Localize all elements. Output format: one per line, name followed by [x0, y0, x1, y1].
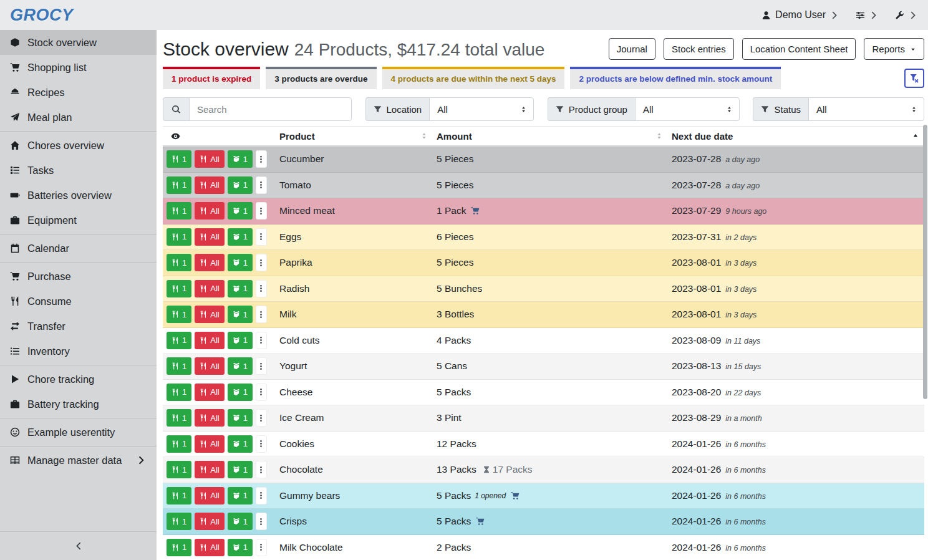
row-menu-button[interactable] — [256, 539, 267, 556]
consume-all-button[interactable]: All — [195, 409, 224, 427]
consume-one-button[interactable]: 1 — [167, 409, 191, 427]
consume-all-button[interactable]: All — [195, 513, 224, 530]
row-menu-button[interactable] — [256, 513, 267, 530]
table-row[interactable]: 1All1Crisps5 Packs2024-01-26in 6 months — [163, 509, 924, 535]
product-name[interactable]: Yogurt — [279, 360, 437, 372]
table-row[interactable]: 1All1Minced meat1 Pack2023-07-299 hours … — [163, 198, 924, 224]
consume-all-button[interactable]: All — [195, 254, 224, 271]
table-row[interactable]: 1All1Milk Chocolate2 Packs2024-01-26in 6… — [163, 535, 924, 560]
open-one-button[interactable]: 1 — [228, 409, 253, 427]
status-card-expired[interactable]: 1 product is expired — [163, 67, 260, 89]
product-name[interactable]: Ice Cream — [279, 412, 437, 423]
open-one-button[interactable]: 1 — [228, 228, 253, 246]
table-row[interactable]: 1All1Cookies12 Packs2024-01-26in 6 month… — [163, 432, 924, 458]
product-name[interactable]: Paprika — [279, 257, 437, 268]
settings-menu[interactable] — [856, 11, 879, 20]
sidebar-item-consume[interactable]: Consume — [0, 289, 157, 314]
consume-one-button[interactable]: 1 — [167, 435, 191, 453]
app-logo[interactable]: GROCY — [10, 6, 74, 25]
open-one-button[interactable]: 1 — [228, 461, 253, 478]
sidebar-item-transfer[interactable]: Transfer — [0, 314, 157, 339]
consume-one-button[interactable]: 1 — [167, 461, 191, 478]
sidebar-item-manage-master-data[interactable]: Manage master data — [0, 448, 157, 473]
row-menu-button[interactable] — [256, 357, 267, 375]
consume-all-button[interactable]: All — [195, 280, 224, 297]
open-one-button[interactable]: 1 — [228, 150, 253, 168]
consume-one-button[interactable]: 1 — [167, 280, 191, 297]
sidebar-item-recipes[interactable]: Recipes — [0, 80, 157, 105]
table-row[interactable]: 1All1Eggs6 Pieces2023-07-31in 2 days — [163, 224, 924, 251]
consume-one-button[interactable]: 1 — [167, 357, 191, 375]
table-row[interactable]: 1All1Cucumber5 Pieces2023-07-28a day ago — [163, 147, 924, 173]
table-row[interactable]: 1All1Cheese5 Packs2023-08-20in 22 days — [163, 380, 924, 406]
row-menu-button[interactable] — [256, 461, 267, 478]
table-row[interactable]: 1All1Paprika5 Pieces2023-08-01in 3 days — [163, 250, 924, 276]
open-one-button[interactable]: 1 — [228, 357, 253, 375]
consume-all-button[interactable]: All — [195, 202, 224, 220]
consume-one-button[interactable]: 1 — [167, 513, 191, 530]
open-one-button[interactable]: 1 — [228, 202, 253, 220]
open-one-button[interactable]: 1 — [228, 280, 253, 297]
column-header-amount[interactable]: Amount — [437, 127, 672, 145]
row-menu-button[interactable] — [256, 150, 267, 168]
sidebar-item-equipment[interactable]: Equipment — [0, 208, 157, 233]
row-menu-button[interactable] — [256, 280, 267, 297]
consume-all-button[interactable]: All — [195, 228, 224, 246]
consume-one-button[interactable]: 1 — [167, 254, 191, 271]
table-row[interactable]: 1All1Gummy bears5 Packs1 opened2024-01-2… — [163, 483, 924, 509]
table-row[interactable]: 1All1Yogurt5 Cans2023-08-13in 15 days — [163, 354, 924, 380]
row-menu-button[interactable] — [256, 176, 267, 194]
product-name[interactable]: Milk Chocolate — [279, 542, 437, 553]
consume-all-button[interactable]: All — [195, 435, 224, 453]
consume-all-button[interactable]: All — [195, 384, 224, 401]
sidebar-item-chore-tracking[interactable]: Chore tracking — [0, 367, 157, 392]
open-one-button[interactable]: 1 — [228, 254, 253, 271]
product-name[interactable]: Cheese — [279, 387, 437, 398]
product-name[interactable]: Eggs — [279, 231, 437, 243]
open-one-button[interactable]: 1 — [228, 306, 253, 323]
consume-one-button[interactable]: 1 — [167, 306, 191, 323]
sidebar-item-inventory[interactable]: Inventory — [0, 339, 157, 364]
table-row[interactable]: 1All1Milk3 Bottles2023-08-01in 3 days — [163, 302, 924, 328]
consume-one-button[interactable]: 1 — [167, 228, 191, 246]
status-card-due-soon[interactable]: 4 products are due within the next 5 day… — [382, 67, 565, 89]
user-menu[interactable]: Demo User — [761, 9, 839, 21]
consume-one-button[interactable]: 1 — [167, 332, 191, 349]
consume-one-button[interactable]: 1 — [167, 384, 191, 401]
product-name[interactable]: Gummy bears — [279, 490, 437, 501]
consume-all-button[interactable]: All — [195, 539, 224, 556]
consume-all-button[interactable]: All — [195, 461, 224, 478]
row-menu-button[interactable] — [256, 332, 267, 349]
location-filter-select[interactable]: All — [429, 97, 534, 121]
open-one-button[interactable]: 1 — [228, 435, 253, 453]
consume-all-button[interactable]: All — [195, 357, 224, 375]
product-group-filter-select[interactable]: All — [635, 97, 740, 121]
product-name[interactable]: Cold cuts — [279, 335, 437, 346]
consume-one-button[interactable]: 1 — [167, 176, 191, 194]
status-card-overdue[interactable]: 3 products are overdue — [266, 67, 376, 89]
clear-filters-button[interactable] — [904, 69, 924, 88]
table-row[interactable]: 1All1Tomato5 Pieces2023-07-28a day ago — [163, 173, 924, 199]
row-menu-button[interactable] — [256, 384, 267, 401]
product-name[interactable]: Milk — [279, 309, 437, 320]
consume-one-button[interactable]: 1 — [167, 487, 191, 504]
status-filter-select[interactable]: All — [808, 97, 924, 121]
column-header-product[interactable]: Product — [279, 127, 437, 145]
product-name[interactable]: Minced meat — [279, 205, 437, 216]
product-name[interactable]: Cucumber — [279, 153, 437, 165]
consume-all-button[interactable]: All — [195, 332, 224, 349]
sidebar-collapse-button[interactable] — [0, 531, 157, 560]
page-scrollbar[interactable] — [923, 125, 927, 399]
column-header-next-due-date[interactable]: Next due date — [672, 127, 924, 145]
open-one-button[interactable]: 1 — [228, 513, 253, 530]
product-name[interactable]: Tomato — [279, 180, 437, 191]
table-row[interactable]: 1All1Chocolate13 Packs17 Packs2024-01-26… — [163, 457, 924, 483]
sidebar-item-batteries-overview[interactable]: Batteries overview — [0, 183, 157, 208]
row-menu-button[interactable] — [256, 487, 267, 504]
row-menu-button[interactable] — [256, 228, 267, 246]
open-one-button[interactable]: 1 — [228, 384, 253, 401]
journal-button[interactable]: Journal — [609, 38, 655, 60]
row-menu-button[interactable] — [256, 409, 267, 427]
row-menu-button[interactable] — [256, 306, 267, 323]
row-menu-button[interactable] — [256, 202, 267, 220]
